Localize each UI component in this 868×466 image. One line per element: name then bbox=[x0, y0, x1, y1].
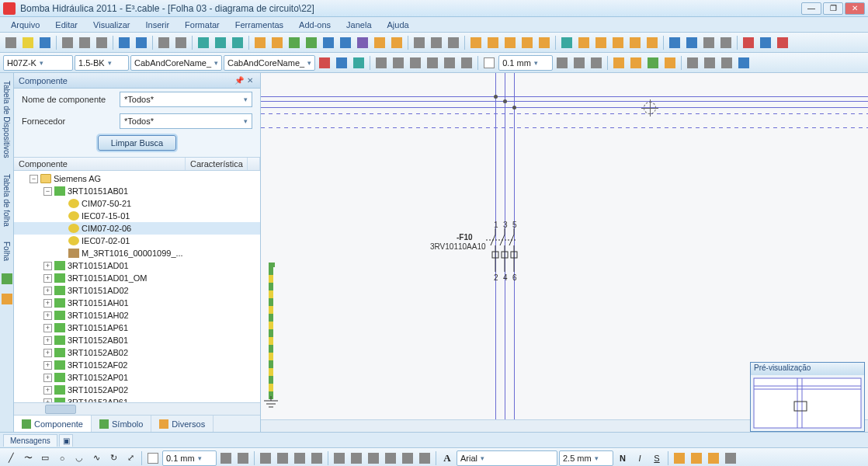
text-tool-icon[interactable]: A bbox=[439, 450, 455, 466]
connector-icon[interactable] bbox=[373, 55, 389, 71]
tool-icon[interactable] bbox=[758, 35, 773, 50]
text-color-icon[interactable] bbox=[723, 450, 738, 466]
align-icon[interactable] bbox=[536, 35, 552, 50]
font-combo[interactable]: Arial bbox=[457, 450, 557, 466]
panel-tab-componente[interactable]: Componente bbox=[14, 416, 92, 432]
view-icon[interactable] bbox=[610, 35, 626, 50]
tool-icon[interactable] bbox=[719, 55, 734, 71]
tool-icon[interactable] bbox=[411, 35, 427, 50]
tree-item[interactable]: +3RT10152AF02 bbox=[14, 359, 260, 371]
dim-icon[interactable] bbox=[417, 450, 432, 466]
align-icon[interactable] bbox=[468, 35, 484, 50]
tool-icon[interactable] bbox=[252, 35, 268, 50]
tool-icon[interactable] bbox=[338, 35, 353, 50]
tool-icon[interactable] bbox=[611, 55, 627, 71]
connector-icon[interactable] bbox=[442, 55, 457, 71]
italic-icon[interactable]: I bbox=[632, 450, 648, 466]
line-style-icon[interactable] bbox=[481, 55, 497, 71]
col-component[interactable]: Componente bbox=[14, 158, 186, 170]
view-icon[interactable] bbox=[576, 35, 592, 50]
zoom-fit-icon[interactable] bbox=[230, 35, 245, 50]
name-scheme-combo-2[interactable]: CabAndCoreName_ bbox=[224, 55, 315, 71]
sidetab-sheets[interactable]: Tabela de folha bbox=[2, 171, 12, 230]
view-icon[interactable] bbox=[627, 35, 643, 50]
component-tree[interactable]: −Siemens AG −3RT10151AB01 CIM07-50-21 IE… bbox=[14, 171, 260, 402]
tool-icon[interactable] bbox=[775, 35, 790, 50]
align-left-icon[interactable] bbox=[672, 450, 687, 466]
rect-tool-icon[interactable]: ▭ bbox=[37, 450, 53, 466]
tool-icon[interactable] bbox=[718, 35, 734, 50]
tool-icon[interactable] bbox=[372, 35, 387, 50]
tool-icon[interactable] bbox=[321, 35, 336, 50]
connector-icon[interactable] bbox=[391, 55, 406, 71]
align-icon[interactable] bbox=[485, 35, 501, 50]
circle-tool-icon[interactable]: ○ bbox=[54, 450, 70, 466]
view-icon[interactable] bbox=[644, 35, 660, 50]
new-icon[interactable] bbox=[3, 35, 19, 50]
tree-item[interactable]: +3RT10152AP02 bbox=[14, 384, 260, 396]
polyline-tool-icon[interactable]: 〜 bbox=[20, 450, 36, 466]
col-characteristic[interactable]: Característica bbox=[186, 158, 248, 170]
tool-icon[interactable] bbox=[351, 55, 366, 71]
menu-inserir[interactable]: Inserir bbox=[140, 19, 176, 31]
tool-icon[interactable] bbox=[571, 55, 587, 71]
menu-janela[interactable]: Janela bbox=[340, 19, 377, 31]
menu-editar[interactable]: Editar bbox=[49, 19, 84, 31]
hatch-icon[interactable] bbox=[275, 450, 290, 466]
panel-tab-simbolo[interactable]: Símbolo bbox=[92, 416, 151, 432]
tool-icon[interactable] bbox=[317, 55, 332, 71]
tool-icon[interactable] bbox=[701, 35, 717, 50]
zoom-out-icon[interactable] bbox=[213, 35, 228, 50]
redo-icon[interactable] bbox=[134, 35, 149, 50]
wire-size-combo[interactable]: 1.5-BK bbox=[75, 55, 129, 71]
connector-icon[interactable] bbox=[459, 55, 474, 71]
paste-icon[interactable] bbox=[94, 35, 109, 50]
tree-hscroll[interactable] bbox=[14, 402, 260, 415]
menu-formatar[interactable]: Formatar bbox=[179, 19, 226, 31]
bold-icon[interactable]: N bbox=[615, 450, 630, 466]
tool-icon[interactable] bbox=[662, 55, 678, 71]
tree-item[interactable]: +3RT10151AP61 bbox=[14, 322, 260, 334]
align-center-icon[interactable] bbox=[689, 450, 704, 466]
vendor-combo[interactable]: *Todos* bbox=[120, 113, 252, 129]
messages-tab[interactable]: Mensagens bbox=[3, 434, 57, 447]
preview-panel[interactable]: Pré-visualização bbox=[750, 362, 865, 432]
curve-tool-icon[interactable]: ∿ bbox=[89, 450, 104, 466]
tool-icon[interactable] bbox=[684, 35, 700, 50]
view-icon[interactable] bbox=[593, 35, 609, 50]
move-icon[interactable] bbox=[736, 55, 752, 71]
tree-item-selected[interactable]: CIM07-02-06 bbox=[14, 222, 260, 235]
sidetab-sheet[interactable]: Folha bbox=[2, 238, 12, 264]
tree-item[interactable]: CIM07-50-21 bbox=[14, 197, 260, 210]
line-width-combo[interactable]: 0.1 mm bbox=[498, 55, 553, 71]
dim-icon[interactable] bbox=[349, 450, 364, 466]
undo-icon[interactable] bbox=[116, 35, 132, 50]
dim-icon[interactable] bbox=[383, 450, 398, 466]
hatch-icon[interactable] bbox=[258, 450, 273, 466]
tool-icon[interactable] bbox=[741, 35, 756, 50]
underline-icon[interactable]: S bbox=[649, 450, 665, 466]
tool-icon[interactable] bbox=[589, 55, 604, 71]
tool-icon[interactable] bbox=[269, 35, 285, 50]
preview-icon[interactable] bbox=[173, 35, 189, 50]
wire-type-combo[interactable]: H07Z-K bbox=[3, 55, 73, 71]
tree-item[interactable]: +3RT10151AD02 bbox=[14, 284, 260, 297]
save-icon[interactable] bbox=[37, 35, 53, 50]
dim-icon[interactable] bbox=[400, 450, 415, 466]
view3d-icon[interactable] bbox=[559, 35, 575, 50]
maximize-button[interactable]: ❐ bbox=[823, 2, 843, 15]
tool-icon[interactable] bbox=[286, 35, 302, 50]
menu-arquivo[interactable]: Arquivo bbox=[5, 19, 46, 31]
tool-icon[interactable] bbox=[304, 35, 319, 50]
fill-icon[interactable] bbox=[235, 450, 251, 466]
connector-icon[interactable] bbox=[425, 55, 440, 71]
menu-visualizar[interactable]: Visualizar bbox=[87, 19, 137, 31]
tree-item[interactable]: +3RT10151AH01 bbox=[14, 297, 260, 309]
tree-item[interactable]: +3RT10152AB02 bbox=[14, 346, 260, 359]
tree-folder[interactable]: −Siemens AG bbox=[14, 172, 260, 185]
cut-icon[interactable] bbox=[60, 35, 75, 50]
tool-icon[interactable] bbox=[389, 35, 404, 50]
tool-icon[interactable] bbox=[667, 35, 682, 50]
connector-icon[interactable] bbox=[408, 55, 423, 71]
print-icon[interactable] bbox=[156, 35, 172, 50]
